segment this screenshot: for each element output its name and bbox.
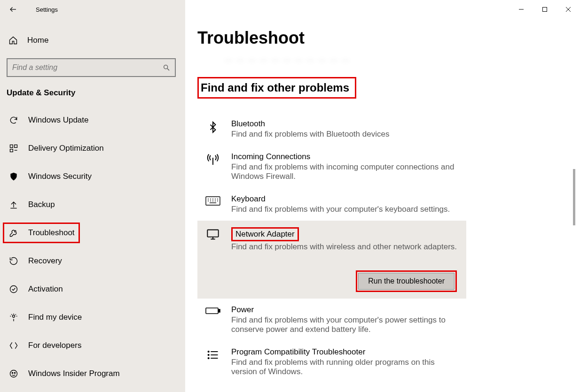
home-link[interactable]: Home	[0, 28, 185, 53]
sidebar-item-windows-insider[interactable]: Windows Insider Program	[0, 360, 185, 388]
ts-title: Program Compatibility Troubleshooter	[231, 347, 461, 357]
battery-icon	[205, 305, 221, 334]
svg-rect-27	[207, 230, 218, 237]
svg-rect-31	[219, 309, 220, 312]
sidebar-item-windows-update[interactable]: Windows Update	[0, 106, 185, 134]
search-box[interactable]	[7, 58, 176, 77]
svg-point-6	[10, 286, 17, 293]
sidebar-item-troubleshoot[interactable]: Troubleshoot	[0, 219, 185, 247]
ts-title: Bluetooth	[231, 119, 389, 129]
find-device-icon	[8, 313, 19, 322]
sidebar-item-recovery[interactable]: Recovery	[0, 247, 185, 275]
ts-desc: Find and fix problems with Bluetooth dev…	[231, 130, 389, 139]
backup-icon	[8, 200, 19, 209]
svg-point-9	[12, 372, 13, 373]
sidebar-item-for-developers[interactable]: For developers	[0, 331, 185, 360]
sidebar-item-backup[interactable]: Backup	[0, 191, 185, 219]
troubleshooter-bluetooth[interactable]: Bluetooth Find and fix problems with Blu…	[197, 113, 466, 146]
sidebar-item-label: Backup	[28, 200, 55, 209]
sidebar: Home Update & Security Windows Update De…	[0, 0, 185, 392]
svg-point-10	[14, 372, 15, 373]
sidebar-item-label: For developers	[28, 341, 81, 350]
window-title: Settings	[36, 6, 58, 13]
search-input[interactable]	[12, 63, 163, 72]
bluetooth-icon	[205, 119, 221, 139]
sidebar-item-label: Windows Update	[28, 115, 89, 125]
developers-icon	[8, 341, 19, 350]
svg-point-35	[208, 351, 209, 352]
ts-title: Keyboard	[231, 194, 450, 204]
svg-rect-3	[15, 145, 17, 148]
antenna-icon	[205, 152, 221, 181]
sidebar-item-label: Delivery Optimization	[28, 144, 104, 153]
svg-rect-30	[206, 308, 218, 314]
shield-icon	[8, 172, 19, 181]
window-controls	[509, 0, 580, 19]
ts-desc: Find and fix problems with running older…	[231, 358, 461, 377]
maximize-button[interactable]	[533, 0, 556, 19]
troubleshooter-program-compatibility[interactable]: Program Compatibility Troubleshooter Fin…	[197, 341, 466, 383]
ts-desc: Find and fix problems with wireless and …	[231, 242, 457, 252]
highlight-box: Find and fix other problems	[197, 77, 356, 99]
sync-icon	[8, 115, 19, 125]
sidebar-section-label: Update & Security	[0, 77, 185, 106]
ts-title: Network Adapter	[235, 230, 295, 238]
main-pane: Troubleshoot … … … … … … … … … … … Find …	[185, 0, 575, 392]
ts-title: Incoming Connections	[231, 152, 461, 161]
sidebar-item-label: Recovery	[28, 256, 62, 266]
troubleshooter-keyboard[interactable]: Keyboard Find and fix problems with your…	[197, 188, 466, 221]
sidebar-item-windows-security[interactable]: Windows Security	[0, 162, 185, 191]
sidebar-item-label: Activation	[28, 284, 63, 294]
delivery-icon	[8, 144, 19, 153]
ts-title: Power	[231, 305, 461, 315]
back-button[interactable]	[4, 0, 23, 19]
svg-rect-4	[10, 149, 13, 152]
scrollbar-thumb[interactable]	[573, 169, 575, 225]
svg-rect-12	[543, 8, 547, 12]
sidebar-item-label: Find my device	[28, 313, 82, 322]
sidebar-item-delivery-optimization[interactable]: Delivery Optimization	[0, 134, 185, 162]
troubleshooter-power[interactable]: Power Find and fix problems with your co…	[197, 299, 466, 341]
svg-point-0	[164, 65, 168, 69]
svg-point-37	[208, 358, 209, 359]
troubleshooter-incoming-connections[interactable]: Incoming Connections Find and fix proble…	[197, 146, 466, 188]
sidebar-item-label: Windows Security	[28, 172, 92, 181]
svg-point-8	[10, 370, 17, 377]
monitor-icon	[205, 227, 221, 252]
list-icon	[205, 347, 221, 377]
ts-desc: Find and fix problems with your computer…	[231, 315, 461, 334]
sidebar-item-activation[interactable]: Activation	[0, 275, 185, 303]
svg-point-36	[208, 354, 209, 355]
svg-line-1	[167, 69, 169, 70]
insider-icon	[8, 369, 19, 378]
troubleshooter-list: Bluetooth Find and fix problems with Blu…	[197, 113, 466, 383]
highlight-box: Run the troubleshooter	[356, 270, 457, 292]
minimize-button[interactable]	[509, 0, 533, 19]
section-heading: Find and fix other problems	[201, 81, 349, 94]
check-circle-icon	[8, 284, 19, 294]
run-troubleshooter-button[interactable]: Run the troubleshooter	[358, 273, 455, 290]
svg-rect-2	[10, 145, 13, 148]
home-icon	[8, 36, 18, 45]
sidebar-item-label: Windows Insider Program	[28, 369, 120, 378]
troubleshooter-network-adapter[interactable]: Network Adapter Find and fix problems wi…	[197, 221, 466, 299]
svg-point-7	[13, 315, 15, 317]
search-icon	[163, 64, 170, 71]
page-title: Troubleshoot	[197, 28, 575, 48]
keyboard-icon	[205, 194, 221, 214]
cutoff-text: … … … … … … … … … … …	[225, 54, 575, 63]
home-label: Home	[27, 36, 48, 45]
ts-desc: Find and fix problems with incoming comp…	[231, 162, 461, 181]
sidebar-item-find-my-device[interactable]: Find my device	[0, 303, 185, 331]
highlight-box	[3, 223, 80, 243]
highlight-box: Network Adapter	[231, 227, 299, 241]
titlebar: Settings	[0, 0, 580, 19]
recovery-icon	[8, 256, 19, 266]
ts-desc: Find and fix problems with your computer…	[231, 205, 450, 214]
close-button[interactable]	[556, 0, 580, 19]
